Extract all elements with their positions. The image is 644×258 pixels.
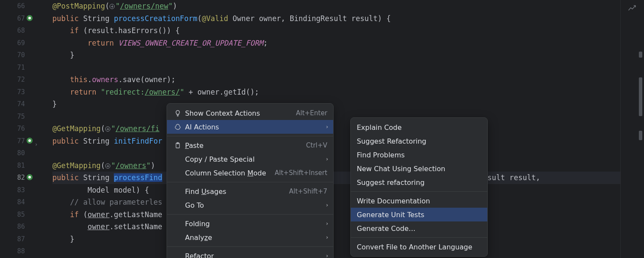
code-line[interactable]: @GetMapping("/owners") [52, 160, 644, 172]
menu-item-label: Analyze [185, 233, 327, 242]
menu-item-explain-code[interactable]: Explain Code [351, 120, 487, 134]
chevron-right-icon: › [326, 202, 328, 208]
code-area[interactable]: @PostMapping("/owners/new")public String… [34, 0, 644, 258]
code-line[interactable]: public String initFindFor [52, 135, 644, 147]
code-line[interactable]: public String processCreationForm(@Valid… [52, 12, 644, 25]
menu-item-column-selection-mode[interactable]: Column Selection ModeAlt+Shift+Insert [167, 166, 333, 180]
minimap-marker[interactable] [639, 52, 642, 58]
code-line[interactable]: if (owner.getLastName [52, 209, 644, 221]
menu-item-paste[interactable]: PasteCtrl+V [167, 138, 333, 152]
line-number: 72 [0, 74, 25, 86]
context-menu: Show Context ActionsAlt+EnterAI Actions›… [167, 103, 334, 258]
menu-item-label: Suggest refactoring [357, 178, 481, 187]
menu-item-generate-code[interactable]: Generate Code… [351, 221, 487, 235]
menu-item-label: Suggest Refactoring [357, 137, 481, 145]
menu-item-find-usages[interactable]: Find UsagesAlt+Shift+7 [167, 184, 333, 198]
code-line[interactable]: @GetMapping("/owners/fi [52, 123, 644, 135]
clipboard-icon [173, 142, 182, 149]
line-number: 87 [0, 233, 25, 246]
menu-item-go-to[interactable]: Go To› [167, 198, 333, 212]
menu-item-label: Generate Code… [357, 224, 481, 233]
run-gutter-icon[interactable] [27, 174, 33, 180]
menu-item-label: Copy / Paste Special [185, 155, 327, 163]
menu-item-folding[interactable]: Folding› [167, 217, 333, 230]
menu-separator [167, 214, 333, 215]
menu-item-label: Convert File to Another Language [357, 243, 481, 251]
line-number: 74 [0, 98, 25, 111]
menu-separator [351, 191, 487, 192]
line-number: 75 [0, 111, 25, 123]
line-number: 68 [0, 25, 25, 37]
scrollbar-minimap[interactable] [620, 0, 644, 258]
menu-shortcut: Alt+Enter [296, 109, 327, 117]
line-number: 76 [0, 123, 25, 135]
menu-item-label: New Chat Using Selection [357, 165, 481, 173]
menu-item-label: Refactor [185, 252, 327, 258]
line-number: 66 [0, 0, 25, 12]
ai-actions-submenu: Explain CodeSuggest RefactoringFind Prob… [350, 117, 488, 257]
run-gutter-icon[interactable] [27, 138, 33, 144]
code-line[interactable]: @PostMapping("/owners/new") [52, 0, 644, 12]
chevron-right-icon: › [326, 124, 328, 130]
line-number: 67 [0, 12, 25, 25]
menu-item-label: Folding [185, 220, 327, 228]
menu-shortcut: Alt+Shift+7 [289, 187, 327, 195]
line-number: 81 [0, 160, 25, 172]
menu-item-refactor[interactable]: Refactor› [167, 249, 333, 258]
chevron-right-icon: › [326, 234, 328, 240]
line-number: 84 [0, 196, 25, 209]
menu-item-label: Write Documentation [357, 197, 481, 205]
code-line[interactable]: return "redirect:/owners/" + owner.getId… [52, 86, 644, 98]
chevron-right-icon: › [326, 253, 328, 258]
menu-item-ai-actions[interactable]: AI Actions› [167, 120, 333, 134]
minimap-marker[interactable] [639, 131, 642, 140]
code-line[interactable]: owner.setLastName [52, 221, 644, 233]
menu-item-write-documentation[interactable]: Write Documentation [351, 194, 487, 208]
chevron-right-icon: › [326, 221, 328, 227]
menu-item-label: Go To [185, 201, 327, 209]
menu-item-label: Column Selection Mode [185, 169, 266, 177]
menu-item-label: Paste [185, 141, 298, 150]
menu-item-suggest-refactoring[interactable]: Suggest refactoring [351, 175, 487, 189]
code-line[interactable]: this.owners.save(owner); [52, 74, 644, 86]
line-number: 73 [0, 86, 25, 98]
code-line[interactable] [52, 147, 644, 160]
menu-item-new-chat-using-selection[interactable]: New Chat Using Selection [351, 162, 487, 175]
minimap-marker[interactable] [639, 77, 642, 116]
menu-item-label: AI Actions [185, 123, 327, 131]
line-number: 83 [0, 184, 25, 197]
bulb-icon [173, 110, 182, 117]
run-gutter-icon[interactable] [27, 15, 33, 21]
code-line[interactable]: } [52, 98, 644, 111]
menu-shortcut: Ctrl+V [306, 141, 328, 149]
code-line[interactable]: Model model) { [52, 184, 644, 197]
menu-item-convert-file-to-another-language[interactable]: Convert File to Another Language [351, 240, 487, 254]
menu-separator [167, 182, 333, 182]
line-number: 85 [0, 209, 25, 221]
menu-item-show-context-actions[interactable]: Show Context ActionsAlt+Enter [167, 106, 333, 120]
code-line[interactable]: // allow parameterles [52, 196, 644, 209]
menu-shortcut: Alt+Shift+Insert [275, 169, 328, 177]
code-line[interactable] [52, 61, 644, 74]
line-gutter: 666768697071727374757677›808182838485868… [0, 0, 34, 258]
code-line[interactable]: } [52, 233, 644, 246]
performance-icon[interactable] [628, 4, 637, 14]
code-line[interactable]: if (result.hasErrors()) { [52, 25, 644, 37]
ai-icon [173, 123, 182, 130]
code-line[interactable]: public String processFind sult result, [52, 172, 644, 184]
code-line[interactable]: } [52, 49, 644, 61]
menu-item-analyze[interactable]: Analyze› [167, 230, 333, 244]
code-line[interactable]: return VIEWS_OWNER_CREATE_OR_UPDATE_FORM… [52, 37, 644, 49]
code-line[interactable] [52, 245, 644, 258]
code-line[interactable] [52, 111, 644, 123]
menu-item-find-problems[interactable]: Find Problems [351, 148, 487, 162]
menu-item-generate-unit-tests[interactable]: Generate Unit Tests [351, 208, 487, 221]
svg-point-1 [28, 139, 31, 142]
line-number: 77› [0, 135, 25, 147]
line-number: 70 [0, 49, 25, 61]
menu-separator [167, 136, 333, 136]
menu-item-copy-paste-special[interactable]: Copy / Paste Special› [167, 152, 333, 166]
line-number: 86 [0, 221, 25, 233]
menu-item-suggest-refactoring[interactable]: Suggest Refactoring [351, 134, 487, 148]
line-number: 82 [0, 172, 25, 184]
